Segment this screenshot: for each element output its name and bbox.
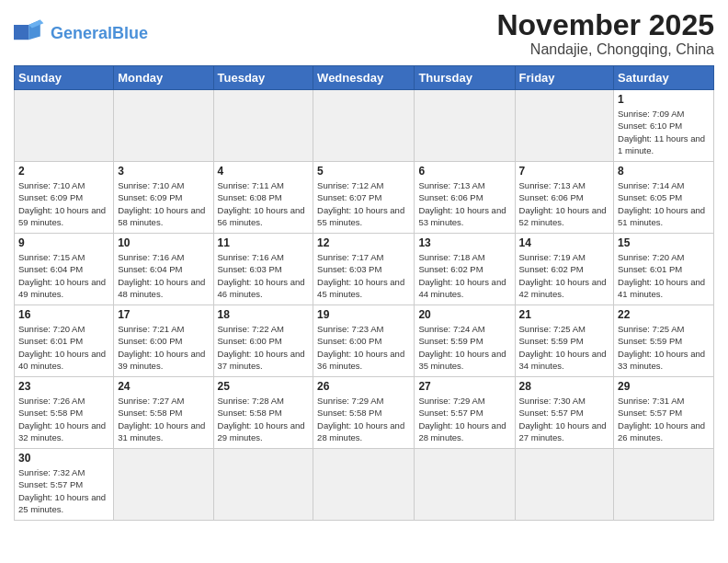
calendar-cell bbox=[213, 449, 313, 521]
logo-text: GeneralBlue bbox=[51, 25, 148, 41]
day-number: 11 bbox=[218, 236, 310, 249]
calendar-cell bbox=[515, 90, 614, 162]
svg-rect-0 bbox=[14, 25, 28, 40]
day-number: 22 bbox=[618, 308, 710, 321]
calendar-cell bbox=[114, 449, 213, 521]
day-info: Sunrise: 7:28 AMSunset: 5:58 PMDaylight:… bbox=[218, 395, 310, 443]
day-number: 20 bbox=[418, 308, 510, 321]
day-number: 9 bbox=[18, 236, 109, 249]
day-info: Sunrise: 7:22 AMSunset: 6:00 PMDaylight:… bbox=[218, 323, 310, 372]
day-number: 17 bbox=[118, 308, 209, 321]
calendar-cell: 20Sunrise: 7:24 AMSunset: 5:59 PMDayligh… bbox=[415, 305, 515, 377]
day-info: Sunrise: 7:10 AMSunset: 6:09 PMDaylight:… bbox=[118, 179, 209, 228]
day-info: Sunrise: 7:17 AMSunset: 6:03 PMDaylight:… bbox=[317, 251, 410, 300]
general-blue-logo-icon bbox=[14, 17, 47, 50]
calendar-cell: 24Sunrise: 7:27 AMSunset: 5:58 PMDayligh… bbox=[114, 377, 213, 449]
day-number: 14 bbox=[519, 236, 610, 249]
day-number: 1 bbox=[618, 93, 710, 106]
day-number: 29 bbox=[618, 380, 710, 393]
day-info: Sunrise: 7:16 AMSunset: 6:04 PMDaylight:… bbox=[118, 251, 209, 300]
day-info: Sunrise: 7:13 AMSunset: 6:06 PMDaylight:… bbox=[418, 179, 510, 228]
calendar-week-row-3: 16Sunrise: 7:20 AMSunset: 6:01 PMDayligh… bbox=[15, 305, 714, 377]
calendar-cell: 10Sunrise: 7:16 AMSunset: 6:04 PMDayligh… bbox=[114, 234, 213, 305]
col-thursday: Thursday bbox=[415, 66, 515, 90]
title-block: November 2025 Nandajie, Chongqing, China bbox=[496, 9, 714, 58]
calendar-cell: 2Sunrise: 7:10 AMSunset: 6:09 PMDaylight… bbox=[15, 162, 114, 234]
day-info: Sunrise: 7:23 AMSunset: 6:00 PMDaylight:… bbox=[317, 323, 410, 372]
calendar-header-row: Sunday Monday Tuesday Wednesday Thursday… bbox=[15, 66, 714, 90]
calendar-cell: 28Sunrise: 7:30 AMSunset: 5:57 PMDayligh… bbox=[515, 377, 614, 449]
col-sunday: Sunday bbox=[15, 66, 114, 90]
calendar-cell: 23Sunrise: 7:26 AMSunset: 5:58 PMDayligh… bbox=[15, 377, 114, 449]
calendar-cell: 14Sunrise: 7:19 AMSunset: 6:02 PMDayligh… bbox=[515, 234, 614, 305]
calendar-cell: 8Sunrise: 7:14 AMSunset: 6:05 PMDaylight… bbox=[614, 162, 714, 234]
day-number: 25 bbox=[218, 380, 310, 393]
day-number: 23 bbox=[18, 380, 109, 393]
calendar-cell: 22Sunrise: 7:25 AMSunset: 5:59 PMDayligh… bbox=[614, 305, 714, 377]
calendar-week-row-0: 1Sunrise: 7:09 AMSunset: 6:10 PMDaylight… bbox=[15, 90, 714, 162]
day-info: Sunrise: 7:14 AMSunset: 6:05 PMDaylight:… bbox=[618, 179, 710, 228]
calendar-cell: 7Sunrise: 7:13 AMSunset: 6:06 PMDaylight… bbox=[515, 162, 614, 234]
day-number: 7 bbox=[519, 165, 610, 178]
day-info: Sunrise: 7:27 AMSunset: 5:58 PMDaylight:… bbox=[118, 395, 209, 443]
calendar-cell: 1Sunrise: 7:09 AMSunset: 6:10 PMDaylight… bbox=[614, 90, 714, 162]
calendar-cell bbox=[415, 449, 515, 521]
calendar-cell: 26Sunrise: 7:29 AMSunset: 5:58 PMDayligh… bbox=[313, 377, 415, 449]
day-number: 18 bbox=[218, 308, 310, 321]
logo-general: General bbox=[51, 24, 112, 42]
calendar-cell: 25Sunrise: 7:28 AMSunset: 5:58 PMDayligh… bbox=[213, 377, 313, 449]
calendar-week-row-5: 30Sunrise: 7:32 AMSunset: 5:57 PMDayligh… bbox=[15, 449, 714, 521]
calendar-cell: 9Sunrise: 7:15 AMSunset: 6:04 PMDaylight… bbox=[15, 234, 114, 305]
day-info: Sunrise: 7:31 AMSunset: 5:57 PMDaylight:… bbox=[618, 395, 710, 443]
day-number: 19 bbox=[317, 308, 410, 321]
calendar-cell: 19Sunrise: 7:23 AMSunset: 6:00 PMDayligh… bbox=[313, 305, 415, 377]
day-info: Sunrise: 7:10 AMSunset: 6:09 PMDaylight:… bbox=[18, 179, 109, 228]
month-title: November 2025 bbox=[496, 9, 714, 41]
location-title: Nandajie, Chongqing, China bbox=[496, 41, 714, 58]
calendar-cell: 29Sunrise: 7:31 AMSunset: 5:57 PMDayligh… bbox=[614, 377, 714, 449]
logo-blue: Blue bbox=[112, 24, 148, 42]
day-number: 16 bbox=[18, 308, 109, 321]
calendar-cell: 21Sunrise: 7:25 AMSunset: 5:59 PMDayligh… bbox=[515, 305, 614, 377]
calendar-cell: 5Sunrise: 7:12 AMSunset: 6:07 PMDaylight… bbox=[313, 162, 415, 234]
calendar-cell bbox=[415, 90, 515, 162]
page: GeneralBlue November 2025 Nandajie, Chon… bbox=[0, 0, 728, 530]
calendar-cell bbox=[15, 90, 114, 162]
day-info: Sunrise: 7:20 AMSunset: 6:01 PMDaylight:… bbox=[618, 251, 710, 300]
day-info: Sunrise: 7:12 AMSunset: 6:07 PMDaylight:… bbox=[317, 179, 410, 228]
header: GeneralBlue November 2025 Nandajie, Chon… bbox=[14, 9, 714, 58]
calendar-cell: 16Sunrise: 7:20 AMSunset: 6:01 PMDayligh… bbox=[15, 305, 114, 377]
day-number: 6 bbox=[418, 165, 510, 178]
day-info: Sunrise: 7:09 AMSunset: 6:10 PMDaylight:… bbox=[618, 108, 710, 156]
calendar-cell: 13Sunrise: 7:18 AMSunset: 6:02 PMDayligh… bbox=[415, 234, 515, 305]
day-number: 27 bbox=[418, 380, 510, 393]
col-wednesday: Wednesday bbox=[313, 66, 415, 90]
calendar-cell bbox=[614, 449, 714, 521]
calendar-cell bbox=[213, 90, 313, 162]
calendar-week-row-1: 2Sunrise: 7:10 AMSunset: 6:09 PMDaylight… bbox=[15, 162, 714, 234]
day-info: Sunrise: 7:20 AMSunset: 6:01 PMDaylight:… bbox=[18, 323, 109, 372]
day-info: Sunrise: 7:30 AMSunset: 5:57 PMDaylight:… bbox=[519, 395, 610, 443]
day-number: 24 bbox=[118, 380, 209, 393]
day-number: 8 bbox=[618, 165, 710, 178]
day-info: Sunrise: 7:18 AMSunset: 6:02 PMDaylight:… bbox=[418, 251, 510, 300]
day-number: 10 bbox=[118, 236, 209, 249]
day-number: 4 bbox=[218, 165, 310, 178]
calendar-week-row-4: 23Sunrise: 7:26 AMSunset: 5:58 PMDayligh… bbox=[15, 377, 714, 449]
calendar-cell: 6Sunrise: 7:13 AMSunset: 6:06 PMDaylight… bbox=[415, 162, 515, 234]
day-number: 15 bbox=[618, 236, 710, 249]
calendar-cell: 17Sunrise: 7:21 AMSunset: 6:00 PMDayligh… bbox=[114, 305, 213, 377]
day-number: 30 bbox=[18, 452, 109, 465]
day-number: 5 bbox=[317, 165, 410, 178]
calendar-week-row-2: 9Sunrise: 7:15 AMSunset: 6:04 PMDaylight… bbox=[15, 234, 714, 305]
day-info: Sunrise: 7:24 AMSunset: 5:59 PMDaylight:… bbox=[418, 323, 510, 372]
col-tuesday: Tuesday bbox=[213, 66, 313, 90]
day-number: 21 bbox=[519, 308, 610, 321]
calendar-cell: 15Sunrise: 7:20 AMSunset: 6:01 PMDayligh… bbox=[614, 234, 714, 305]
calendar-table: Sunday Monday Tuesday Wednesday Thursday… bbox=[14, 65, 714, 521]
calendar-cell bbox=[313, 449, 415, 521]
day-info: Sunrise: 7:29 AMSunset: 5:58 PMDaylight:… bbox=[317, 395, 410, 443]
day-number: 13 bbox=[418, 236, 510, 249]
day-info: Sunrise: 7:15 AMSunset: 6:04 PMDaylight:… bbox=[18, 251, 109, 300]
day-info: Sunrise: 7:16 AMSunset: 6:03 PMDaylight:… bbox=[218, 251, 310, 300]
